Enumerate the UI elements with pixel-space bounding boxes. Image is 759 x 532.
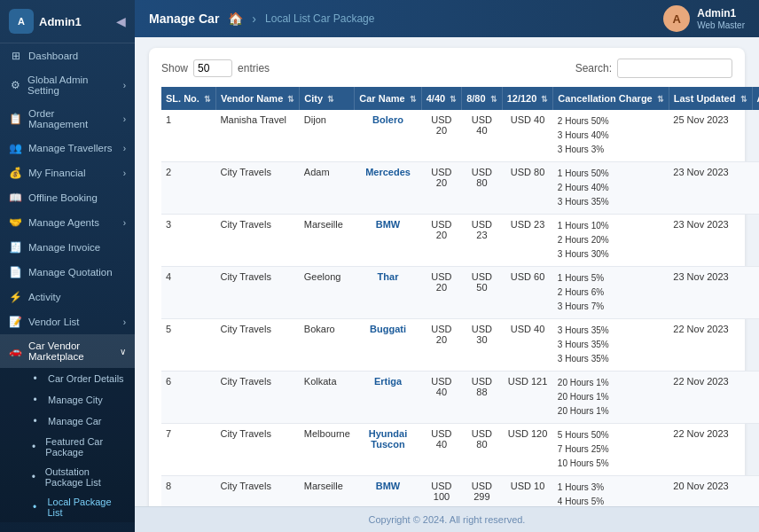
- cell-updated: 20 Nov 2023: [669, 476, 752, 507]
- breadcrumb-sep: ›: [252, 12, 256, 26]
- car-vendor-icon: 🚗: [9, 345, 22, 357]
- table-row: 2 City Travels Adam Mercedes USD 20 USD …: [161, 162, 759, 215]
- sort-icon: ⇅: [490, 95, 497, 104]
- chevron-down-icon: ∨: [120, 347, 126, 356]
- cell-vendor: City Travels: [215, 372, 299, 424]
- cell-updated: 22 Nov 2023: [669, 372, 752, 424]
- home-icon[interactable]: 🏠: [228, 12, 243, 26]
- order-mgmt-icon: 📋: [9, 113, 22, 125]
- cell-sl: 5: [161, 319, 215, 372]
- search-input[interactable]: [617, 59, 732, 78]
- chevron-right-icon: ›: [123, 114, 126, 124]
- sidebar-item-manage-invoice[interactable]: 🧾 Manage Invoice: [0, 235, 135, 260]
- sidebar-item-outstation-package-list[interactable]: • Outstation Package List: [20, 462, 135, 492]
- sort-icon: ⇅: [450, 95, 457, 104]
- sidebar-subitem-label: Local Package List: [47, 497, 126, 518]
- footer: Copyright © 2024. All right reserved.: [135, 506, 759, 532]
- sidebar-item-dashboard[interactable]: ⊞ Dashboard: [0, 43, 135, 68]
- cell-4-40: USD 20: [421, 110, 461, 162]
- sort-icon: ⇅: [410, 95, 417, 104]
- cell-vendor: City Travels: [215, 424, 299, 476]
- col-4-40[interactable]: 4/40 ⇅: [421, 87, 461, 110]
- bullet-icon: •: [28, 394, 42, 406]
- cell-car: BMW: [355, 215, 421, 267]
- sidebar-item-label: Offline Booking: [28, 192, 98, 203]
- sidebar-item-label: Order Management: [28, 108, 117, 129]
- sidebar-item-vendor-list[interactable]: 📝 Vendor List ›: [0, 309, 135, 334]
- cell-car: Ertiga: [355, 372, 421, 424]
- cell-vendor: City Travels: [215, 215, 299, 267]
- cell-4-40: USD 20: [421, 319, 461, 372]
- sidebar-item-manage-agents[interactable]: 🤝 Manage Agents ›: [0, 210, 135, 235]
- global-admin-icon: ⚙: [9, 79, 21, 91]
- col-last-updated[interactable]: Last Updated ⇅: [669, 87, 752, 110]
- col-12-120[interactable]: 12/120 ⇅: [502, 87, 553, 110]
- cell-12-120: USD 120: [502, 424, 553, 476]
- sidebar: A Admin1 ◀ ⊞ Dashboard ⚙ Global Admin Se…: [0, 0, 135, 532]
- sidebar-item-manage-quotation[interactable]: 📄 Manage Quotation: [0, 260, 135, 285]
- table-header-row: SL. No. ⇅ Vendor Name ⇅ City ⇅ Car Name …: [161, 87, 759, 110]
- sidebar-item-manage-travellers[interactable]: 👥 Manage Travellers ›: [0, 136, 135, 160]
- cell-12-120: USD 10: [502, 476, 553, 507]
- sidebar-item-global-admin[interactable]: ⚙ Global Admin Setting ›: [0, 68, 135, 102]
- cell-cancel: 1 Hours 5% 2 Hours 6% 3 Hours 7%: [553, 267, 669, 319]
- username: Admin1: [697, 7, 745, 20]
- sidebar-title: Admin1: [39, 15, 82, 28]
- cell-12-120: USD 40: [502, 319, 553, 372]
- cell-updated: 23 Nov 2023: [669, 162, 752, 215]
- sidebar-item-local-package-list[interactable]: • Local Package List: [20, 492, 135, 522]
- sidebar-item-manage-car[interactable]: • Manage Car: [20, 411, 135, 432]
- chevron-right-icon: ›: [123, 218, 126, 228]
- cell-12-120: USD 121: [502, 372, 553, 424]
- table-row: 7 City Travels Melbourne Hyundai Tuscon …: [161, 424, 759, 476]
- cell-cancel: 20 Hours 1% 20 Hours 1% 20 Hours 1%: [553, 372, 669, 424]
- sidebar-item-car-vendor-marketplace[interactable]: 🚗 Car Vendor Marketplace ∨: [0, 334, 135, 368]
- cell-updated: 23 Nov 2023: [669, 215, 752, 267]
- chevron-right-icon: ›: [123, 317, 126, 327]
- topbar-right: A Admin1 Web Master: [663, 5, 745, 32]
- show-label: Show: [161, 62, 188, 74]
- sidebar-item-car-order-details[interactable]: • Car Order Details: [20, 368, 135, 389]
- sidebar-item-manage-city[interactable]: • Manage City: [20, 389, 135, 411]
- cell-updated: 22 Nov 2023: [669, 424, 752, 476]
- cell-8-80: USD 80: [462, 424, 502, 476]
- car-vendor-submenu: • Car Order Details • Manage City • Mana…: [0, 368, 135, 522]
- col-sl-no[interactable]: SL. No. ⇅: [161, 87, 215, 110]
- main-area: Manage Car 🏠 › Local List Car Package A …: [135, 0, 759, 532]
- sidebar-item-activity[interactable]: ⚡ Activity: [0, 285, 135, 309]
- sidebar-item-featured-car-package[interactable]: • Featured Car Package: [20, 432, 135, 462]
- user-info: Admin1 Web Master: [697, 7, 745, 29]
- bullet-icon: •: [28, 441, 39, 453]
- search-label: Search:: [575, 62, 612, 74]
- col-car-name[interactable]: Car Name ⇅: [355, 87, 421, 110]
- cell-4-40: USD 40: [421, 372, 461, 424]
- sidebar-item-order-mgmt[interactable]: 📋 Order Management ›: [0, 102, 135, 136]
- financial-icon: 💰: [9, 167, 22, 179]
- cell-sl: 3: [161, 215, 215, 267]
- col-vendor-name[interactable]: Vendor Name ⇅: [215, 87, 299, 110]
- cell-vendor: City Travels: [215, 267, 299, 319]
- table-row: 4 City Travels Geelong Thar USD 20 USD 5…: [161, 267, 759, 319]
- avatar: A: [663, 5, 690, 32]
- sidebar-item-label: Activity: [28, 292, 60, 302]
- sidebar-nav: ⊞ Dashboard ⚙ Global Admin Setting › 📋 O…: [0, 43, 135, 532]
- sidebar-item-label: Manage Invoice: [28, 242, 100, 253]
- entries-select[interactable]: [193, 59, 232, 77]
- col-cancellation[interactable]: Cancellation Charge ⇅: [553, 87, 669, 110]
- cell-action: ℹ: [752, 476, 759, 507]
- col-8-80[interactable]: 8/80 ⇅: [462, 87, 502, 110]
- chevron-right-icon: ›: [123, 144, 126, 153]
- bullet-icon: •: [28, 415, 42, 427]
- sidebar-subitem-label: Outstation Package List: [45, 466, 126, 488]
- cell-sl: 6: [161, 372, 215, 424]
- sidebar-item-offline-booking[interactable]: 📖 Offline Booking: [0, 185, 135, 210]
- sidebar-item-my-financial[interactable]: 💰 My Financial ›: [0, 160, 135, 185]
- cell-cancel: 1 Hours 50% 2 Hours 40% 3 Hours 35%: [553, 162, 669, 215]
- main-card: Show entries Search: SL. No. ⇅ Vendor Na…: [149, 48, 745, 506]
- col-city[interactable]: City ⇅: [300, 87, 355, 110]
- table-controls: Show entries Search:: [161, 59, 732, 78]
- activity-icon: ⚡: [9, 291, 22, 303]
- sidebar-collapse-icon[interactable]: ◀: [116, 14, 126, 28]
- sidebar-header: A Admin1 ◀: [0, 0, 135, 43]
- cell-city: Marseille: [300, 476, 355, 507]
